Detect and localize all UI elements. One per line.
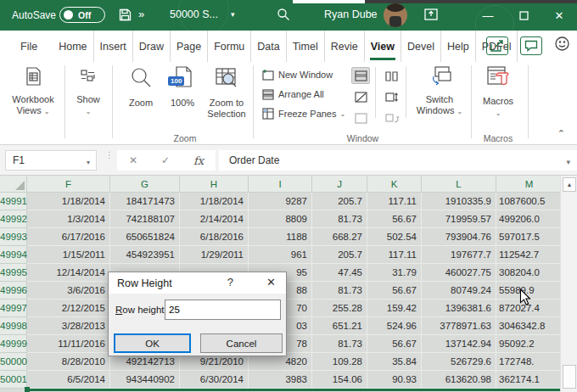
vertical-scrollbar[interactable]: ▲ (560, 176, 577, 392)
row-height-input[interactable] (165, 300, 281, 320)
cell-H49992[interactable]: 2/14/2014 (180, 210, 249, 228)
zoom-100-button[interactable]: 100 100% (163, 65, 202, 109)
arrange-all-button[interactable]: Arrange All (261, 88, 324, 100)
cell-K49999[interactable]: 56.67 (367, 335, 422, 353)
ribbon-display-options-icon[interactable] (424, 8, 438, 24)
row-header-49994[interactable]: 49994 (0, 246, 27, 264)
cell-L50000[interactable]: 526729.6 (422, 353, 496, 371)
cell-K49993[interactable]: 502.54 (367, 228, 422, 246)
scrollbar-thumb[interactable] (563, 365, 576, 389)
cell-L49993[interactable]: 793904.76 (422, 228, 496, 246)
cell-F49996[interactable]: 3/6/2016 (27, 282, 110, 300)
autosave-toggle[interactable]: Off (59, 7, 105, 23)
cell-F49994[interactable]: 1/15/2011 (27, 246, 110, 264)
cell-J50000[interactable]: 109.28 (312, 353, 367, 371)
close-button[interactable]: ✕ (541, 0, 577, 31)
name-box[interactable]: F1 ▾ (5, 150, 97, 171)
cell-M49998[interactable]: 3046342.8 (496, 317, 563, 335)
cell-K49995[interactable]: 31.79 (367, 264, 422, 282)
cell-L49998[interactable]: 3778971.63 (422, 317, 496, 335)
split-button[interactable] (351, 67, 370, 84)
user-avatar[interactable] (384, 3, 407, 27)
minimize-button[interactable]: — (470, 0, 506, 31)
ok-button[interactable]: OK (114, 333, 191, 353)
cell-M49992[interactable]: 499206.0 (496, 210, 563, 228)
cell-M50000[interactable]: 172748. (496, 353, 563, 371)
unhide-button[interactable] (351, 109, 370, 126)
new-window-button[interactable]: New Window (261, 69, 333, 81)
tab-data[interactable]: Data (251, 31, 286, 62)
cell-G49992[interactable]: 742188107 (110, 210, 180, 228)
cell-H49993[interactable]: 6/18/2016 (180, 228, 249, 246)
cell-G49993[interactable]: 650651824 (110, 228, 180, 246)
cell-F49998[interactable]: 3/28/2013 (27, 317, 110, 335)
cell-J49999[interactable]: 81.73 (312, 335, 367, 353)
cell-I50001[interactable]: 3983 (249, 371, 312, 389)
cell-L49991[interactable]: 1910335.9 (422, 193, 496, 210)
formula-bar-grip[interactable]: ⋮ (105, 153, 114, 158)
cell-J49992[interactable]: 81.73 (312, 210, 367, 228)
column-header-J[interactable]: J (312, 176, 367, 193)
row-header-49995[interactable]: 49995 (0, 264, 27, 282)
tab-revie[interactable]: Revie (325, 31, 365, 62)
tab-timel[interactable]: Timel (287, 31, 325, 62)
cell-L49997[interactable]: 1396381.6 (422, 300, 496, 317)
cell-I49992[interactable]: 8809 (249, 210, 312, 228)
cell-K50000[interactable]: 35.84 (367, 353, 422, 371)
cell-F50001[interactable]: 6/5/2014 (27, 371, 110, 389)
row-header-49992[interactable]: 49992 (0, 210, 27, 228)
hide-button[interactable] (351, 88, 370, 105)
cell-K49996[interactable]: 56.67 (367, 282, 422, 300)
formula-bar-expand-icon[interactable]: ▾ (566, 158, 570, 166)
row-header-50000[interactable]: 50000 (0, 353, 27, 371)
column-header-M[interactable]: M (496, 176, 563, 193)
dialog-title-bar[interactable]: Row Height ? ✕ (109, 272, 286, 294)
column-header-L[interactable]: L (422, 176, 496, 193)
save-icon[interactable] (119, 8, 132, 25)
cell-F49991[interactable]: 1/18/2014 (27, 193, 110, 210)
synchronous-scrolling-button[interactable] (382, 88, 401, 105)
cell-J49995[interactable]: 47.45 (312, 264, 367, 282)
document-title-dropdown-icon[interactable]: ▾ (231, 10, 235, 19)
view-side-by-side-button[interactable] (382, 67, 401, 84)
cell-K49991[interactable]: 117.11 (367, 193, 422, 210)
collapse-ribbon-icon[interactable]: ⌃ (557, 128, 565, 139)
cell-J50001[interactable]: 154.06 (312, 371, 367, 389)
formula-cancel-icon[interactable]: ✕ (129, 154, 137, 166)
zoom-button[interactable]: Zoom (119, 65, 163, 109)
cell-J49994[interactable]: 205.7 (312, 246, 367, 264)
row-header-49993[interactable]: 49993 (0, 228, 27, 246)
cancel-button[interactable]: Cancel (200, 333, 283, 353)
cell-G50001[interactable]: 943440902 (110, 371, 180, 389)
dialog-help-icon[interactable]: ? (227, 276, 233, 288)
document-title[interactable]: 50000 S... (170, 8, 218, 20)
tab-home[interactable]: Home (53, 31, 93, 62)
switch-windows-button[interactable]: Switch Windows ⌄ (413, 65, 466, 117)
show-button[interactable]: Show⌄ (70, 65, 107, 117)
column-header-H[interactable]: H (180, 176, 249, 193)
row-header-49991[interactable]: 49991 (0, 193, 27, 210)
tab-draw[interactable]: Draw (133, 31, 171, 62)
cell-H49994[interactable]: 1/29/2011 (180, 246, 249, 264)
cell-I49991[interactable]: 9287 (249, 193, 312, 210)
insert-function-icon[interactable]: fx (193, 154, 204, 167)
cell-M49991[interactable]: 1087600.5 (496, 193, 563, 210)
feedback-smiley-icon[interactable] (554, 36, 570, 55)
selection-fill-handle[interactable] (25, 387, 30, 392)
cell-M50001[interactable]: 362174.1 (496, 371, 563, 389)
zoom-to-selection-button[interactable]: Zoom toSelection (202, 65, 251, 120)
cell-L49994[interactable]: 197677.7 (422, 246, 496, 264)
cell-H50001[interactable]: 6/30/2014 (180, 371, 249, 389)
select-all-corner[interactable] (0, 176, 27, 193)
row-header-50001[interactable]: 50001 (0, 371, 27, 389)
tab-page[interactable]: Page (171, 31, 208, 62)
formula-enter-icon[interactable]: ✓ (161, 154, 170, 166)
cell-L49996[interactable]: 80749.24 (422, 282, 496, 300)
cell-F49997[interactable]: 2/12/2015 (27, 300, 110, 317)
row-header-49996[interactable]: 49996 (0, 282, 27, 300)
cell-J49996[interactable]: 81.73 (312, 282, 367, 300)
cell-I49994[interactable]: 961 (249, 246, 312, 264)
cell-M49999[interactable]: 95092.2 (496, 335, 563, 353)
macros-button[interactable]: Macros⌄ (475, 65, 521, 119)
column-header-I[interactable]: I (249, 176, 312, 193)
